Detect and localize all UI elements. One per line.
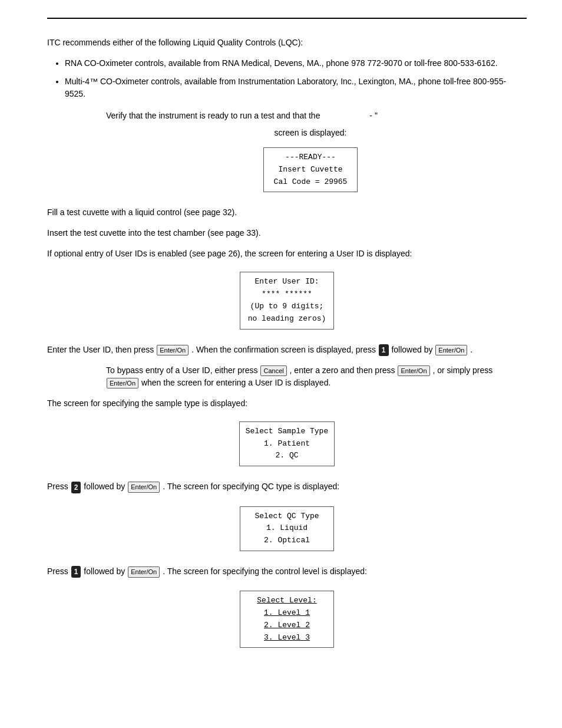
enter-on-key-6: Enter/On (128, 566, 160, 578)
cancel-key: Cancel (260, 365, 286, 377)
level-line3: 2. Level 2 (246, 620, 328, 632)
bullets-list: RNA CO-Oximeter controls, available from… (65, 57, 527, 100)
ready-line1: ---READY--- (270, 151, 351, 164)
enter-user-line3: (Up to 9 digits; (246, 301, 328, 313)
verify-text: Verify that the instrument is ready to r… (106, 110, 527, 122)
enter-on-key-1: Enter/On (157, 345, 189, 356)
num-badge-2: 2 (71, 482, 81, 493)
qc-line1: Select QC Type (246, 510, 328, 523)
verify-text2: screen is displayed: (94, 127, 527, 139)
level-line4: 3. Level 3 (246, 632, 328, 644)
bypass-para: To bypass entry of a User ID, either pre… (106, 364, 527, 389)
insert-para: Insert the test cuvette into the test ch… (47, 227, 527, 239)
qc-line2: 1. Liquid (246, 522, 328, 535)
ready-screen: ---READY--- Insert Cuvette Cal Code = 29… (263, 147, 358, 192)
main-content: ITC recommends either of the following L… (47, 37, 527, 654)
intro-text: ITC recommends either of the following L… (47, 37, 527, 49)
enter-user-line2: **** ****** (246, 288, 328, 301)
enter-user-line1: Enter User ID: (246, 276, 328, 288)
enter-on-key-4: Enter/On (107, 378, 138, 389)
enter-on-key-5: Enter/On (128, 482, 160, 493)
list-item: Multi-4™ CO-Oximeter controls, available… (65, 75, 527, 100)
top-rule (47, 18, 527, 19)
verify-section: Verify that the instrument is ready to r… (106, 110, 527, 198)
press2-para: Press 2 followed by Enter/On . The scree… (47, 480, 527, 493)
fill-para: Fill a test cuvette with a liquid contro… (47, 206, 527, 219)
num-badge-3: 1 (71, 566, 81, 578)
ready-line3: Cal Code = 29965 (270, 176, 351, 189)
press1-para: Press 1 followed by Enter/On . The scree… (47, 565, 527, 578)
sample-line2: 1. Patient (246, 438, 328, 450)
level-line1: Select Level: (246, 595, 328, 607)
select-level-screen: Select Level: 1. Level 1 2. Level 2 3. L… (240, 591, 334, 648)
sample-type-para: The screen for specifying the sample typ… (47, 397, 527, 410)
sample-line1: Select Sample Type (246, 426, 328, 438)
ready-line2: Insert Cuvette (270, 164, 351, 176)
sample-line3: 2. QC (246, 450, 328, 462)
enter-uid-para: Enter the User ID, then press Enter/On .… (47, 344, 527, 356)
page: ITC recommends either of the following L… (0, 0, 562, 728)
enter-user-line4: no leading zeros) (246, 313, 328, 325)
user-id-para: If optional entry of User IDs is enabled… (47, 248, 527, 260)
enter-user-screen: Enter User ID: **** ****** (Up to 9 digi… (240, 272, 334, 329)
select-qc-screen: Select QC Type 1. Liquid 2. Optical (240, 506, 334, 551)
num-badge-1: 1 (379, 344, 389, 356)
qc-line3: 2. Optical (246, 535, 328, 547)
level-line2: 1. Level 1 (246, 607, 328, 620)
select-sample-screen: Select Sample Type 1. Patient 2. QC (239, 421, 335, 466)
enter-on-key-3: Enter/On (398, 365, 429, 377)
enter-on-key-2: Enter/On (435, 345, 467, 356)
list-item: RNA CO-Oximeter controls, available from… (65, 57, 527, 70)
